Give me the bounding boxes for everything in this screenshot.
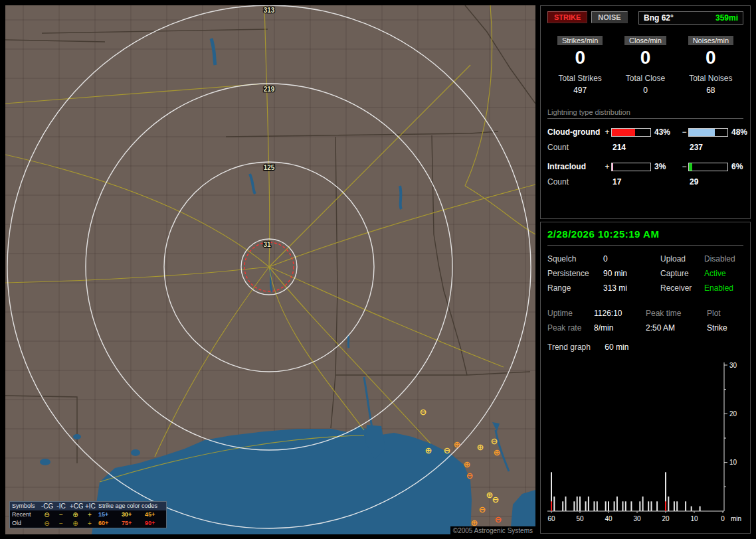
- strikes-per-min-value: 0: [547, 48, 613, 68]
- svg-text:30: 30: [729, 362, 737, 369]
- total-strikes-value: 497: [547, 86, 613, 95]
- close-per-min-label: Close/min: [624, 36, 666, 45]
- uptime-label: Uptime: [547, 309, 594, 318]
- map-copyright: ©2005 Astrogenic Systems: [450, 526, 535, 534]
- trend-graph-label: Trend graph: [547, 343, 591, 352]
- ic-minus-old-icon: −: [54, 519, 68, 528]
- trend-graph-header: Trend graph 60 min: [547, 343, 743, 352]
- distribution-title: Lightning type distribution: [547, 108, 743, 119]
- plot-value: Strike: [707, 323, 743, 333]
- legend-row-recent-label: Recent: [10, 510, 39, 519]
- cg-negative-count: 237: [688, 143, 743, 152]
- intracloud-row: Intracloud + 3% − 6%: [547, 159, 743, 175]
- svg-text:60: 60: [547, 515, 555, 522]
- datetime-display: 2/28/2026 10:25:19 AM: [547, 228, 743, 246]
- total-close: Total Close 0: [613, 74, 678, 95]
- bearing-distance: 359mi: [715, 13, 738, 23]
- strike-marker: ⊖: [479, 504, 486, 514]
- status-panel: 2/28/2026 10:25:19 AM Squelch 0 Upload D…: [540, 222, 751, 534]
- age-code-90: 90+: [143, 519, 166, 528]
- peak-time-label: Peak time: [646, 309, 707, 318]
- close-per-min-value: 0: [613, 48, 678, 68]
- strike-marker: ⊕: [477, 442, 484, 452]
- bearing-display: Bng 62° 359mi: [638, 11, 743, 25]
- ring-label-31: 31: [263, 241, 271, 248]
- age-code-75: 75+: [120, 519, 143, 528]
- strike-marker: ⊕: [454, 439, 461, 449]
- total-noises-value: 68: [678, 86, 743, 95]
- legend-col-ncg: -CG: [39, 502, 54, 510]
- legend-col-pcg: +CG: [68, 502, 83, 510]
- uptime-grid: Uptime 1126:10 Peak time Plot Peak rate …: [547, 309, 743, 333]
- cg-plus-old-icon: ⊕: [68, 519, 83, 528]
- close-per-min-counter: Close/min 0: [613, 34, 678, 68]
- strike-marker: ⊖: [420, 407, 427, 417]
- total-strikes: Total Strikes 497: [547, 74, 613, 95]
- svg-text:min: min: [731, 515, 741, 522]
- ic-positive-bar: [611, 163, 651, 171]
- strike-marker: ⊖: [495, 514, 502, 524]
- ic-positive-count: 17: [611, 177, 680, 187]
- upload-value: Disabled: [704, 254, 743, 264]
- ic-plus-icon: +: [83, 510, 96, 519]
- total-strikes-label: Total Strikes: [547, 74, 613, 83]
- strike-marker: ⊖: [491, 436, 498, 446]
- cg-negative-pct: 48%: [728, 127, 743, 137]
- noises-per-min-value: 0: [678, 48, 743, 68]
- cloud-ground-count-row: Count 214 237: [547, 140, 743, 155]
- strike-marker: ⊖: [466, 471, 474, 481]
- peak-time-value: 2:50 AM: [646, 323, 707, 333]
- svg-text:20: 20: [729, 410, 737, 418]
- ring-label-125: 125: [264, 164, 275, 171]
- age-code-15: 15+: [96, 510, 120, 519]
- cg-positive-pct: 43%: [651, 127, 680, 137]
- receiver-label: Receiver: [660, 283, 704, 293]
- map-legend: Symbols -CG -IC +CG +IC Strike age color…: [9, 501, 167, 528]
- settings-grid: Squelch 0 Upload Disabled Persistence 90…: [547, 254, 743, 293]
- svg-text:30: 30: [633, 515, 641, 522]
- strike-marker: ⊕: [464, 459, 471, 469]
- trend-chart: 1020306050403020100min: [546, 360, 745, 530]
- persistence-label: Persistence: [547, 269, 603, 278]
- stats-panel: STRIKE NOISE Bng 62° 359mi Strikes/min 0…: [540, 5, 751, 219]
- age-code-60: 60+: [96, 519, 120, 528]
- rate-counters: Strikes/min 0 Close/min 0 Noises/min 0: [547, 34, 743, 68]
- total-noises-label: Total Noises: [678, 74, 743, 83]
- lightning-type-distribution: Lightning type distribution Cloud-ground…: [547, 108, 743, 190]
- cloud-ground-row: Cloud-ground + 43% − 48%: [547, 125, 743, 140]
- app-window: 313 219 125 31 ⊖⊕⊕⊖⊕⊖⊕⊕⊖⊕⊖⊖⊖⊕ Symbols -C…: [0, 0, 756, 539]
- strike-marker: ⊕: [494, 447, 501, 457]
- cg-plus-sign: +: [603, 127, 611, 137]
- map-canvas[interactable]: 313 219 125 31 ⊖⊕⊕⊖⊕⊖⊕⊕⊖⊕⊖⊖⊖⊕: [5, 5, 535, 534]
- persistence-value: 90 min: [603, 269, 660, 278]
- totals: Total Strikes 497 Total Close 0 Total No…: [547, 74, 743, 95]
- svg-text:40: 40: [605, 515, 613, 522]
- capture-label: Capture: [660, 269, 704, 278]
- legend-col-nic: -IC: [54, 502, 68, 510]
- ic-minus-icon: −: [54, 510, 68, 519]
- squelch-label: Squelch: [547, 254, 603, 264]
- svg-text:50: 50: [576, 515, 584, 522]
- cg-count-label: Count: [547, 143, 603, 152]
- strike-button[interactable]: STRIKE: [547, 11, 587, 23]
- intracloud-label: Intracloud: [547, 162, 603, 171]
- legend-col-pic: +IC: [83, 502, 96, 510]
- total-close-value: 0: [613, 86, 678, 95]
- ic-negative-bar: [688, 163, 728, 171]
- lightning-map[interactable]: 313 219 125 31 ⊖⊕⊕⊖⊕⊖⊕⊕⊖⊕⊖⊖⊖⊕ Symbols -C…: [5, 5, 535, 534]
- bearing-label: Bng 62°: [644, 13, 674, 23]
- squelch-value: 0: [603, 254, 660, 264]
- age-code-45: 45+: [143, 510, 166, 519]
- svg-text:0: 0: [721, 515, 725, 522]
- ic-negative-pct: 6%: [728, 162, 743, 171]
- receiver-value: Enabled: [704, 283, 743, 293]
- cloud-ground-label: Cloud-ground: [547, 127, 603, 137]
- noise-button[interactable]: NOISE: [591, 11, 627, 23]
- svg-text:20: 20: [662, 515, 670, 522]
- ring-label-219: 219: [264, 86, 275, 93]
- ic-count-label: Count: [547, 177, 603, 187]
- strike-marker: ⊕: [425, 445, 432, 455]
- uptime-value: 1126:10: [594, 309, 646, 318]
- ic-minus-sign: −: [680, 162, 688, 171]
- total-noises: Total Noises 68: [678, 74, 743, 95]
